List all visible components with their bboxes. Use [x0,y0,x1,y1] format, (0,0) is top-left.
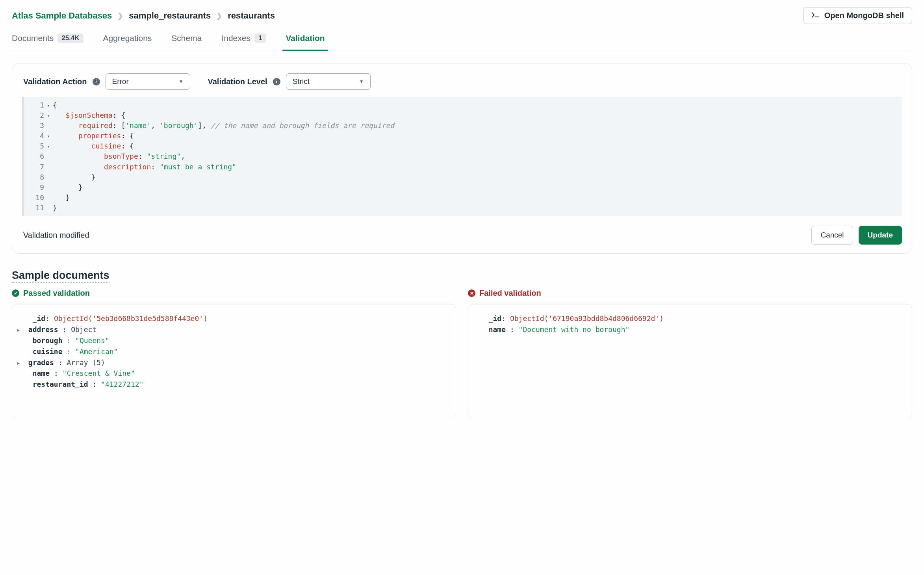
caret-down-icon: ▼ [359,79,364,84]
x-circle-icon: ✕ [468,289,475,297]
failed-validation-heading: ✕ Failed validation [468,289,912,298]
expand-icon[interactable]: ▶ [17,360,24,367]
tab-documents[interactable]: Documents 25.4K [12,33,83,51]
validation-action-label: Validation Action [23,77,87,86]
tab-label: Indexes [221,33,250,43]
tab-label: Aggregations [103,33,152,43]
sample-documents-title: Sample documents [12,269,109,283]
info-icon[interactable]: i [93,78,100,85]
tab-schema[interactable]: Schema [171,33,202,51]
select-value: Strict [293,77,310,86]
tab-label: Documents [12,33,54,43]
check-circle-icon: ✓ [12,289,19,297]
tab-validation[interactable]: Validation [286,33,325,51]
update-button[interactable]: Update [859,226,902,245]
chevron-right-icon: ❯ [117,11,123,20]
breadcrumb-collection[interactable]: restaurants [228,11,275,21]
info-icon[interactable]: i [273,78,280,85]
failed-document: _id: ObjectId('67190a93bdd8b4d806d6692d'… [468,304,912,418]
terminal-icon [812,11,820,20]
validation-level-select[interactable]: Strict ▼ [286,73,371,90]
tab-indexes[interactable]: Indexes 1 [221,33,266,51]
passed-document: _id: ObjectId('5eb3d668b31de5d588f443e0'… [12,304,456,418]
select-value: Error [112,77,129,86]
breadcrumb: Atlas Sample Databases ❯ sample_restaura… [12,11,275,21]
validation-level-label: Validation Level [208,77,267,86]
tab-aggregations[interactable]: Aggregations [103,33,152,51]
open-shell-label: Open MongoDB shell [824,11,904,20]
failed-label: Failed validation [479,289,541,298]
tabs: Documents 25.4K Aggregations Schema Inde… [12,33,912,51]
caret-down-icon: ▼ [179,79,184,84]
validation-panel: Validation Action i Error ▼ Validation L… [12,63,912,254]
validation-action-select[interactable]: Error ▼ [106,73,190,90]
chevron-right-icon: ❯ [216,11,222,20]
breadcrumb-root[interactable]: Atlas Sample Databases [12,11,112,21]
breadcrumb-db[interactable]: sample_restaurants [129,11,211,21]
expand-icon[interactable]: ▶ [17,326,24,334]
validation-editor[interactable]: 1▾{ 2▾ $jsonSchema: { 3 required: ['name… [22,97,902,216]
tab-label: Validation [286,33,325,43]
tab-label: Schema [171,33,202,43]
indexes-count-badge: 1 [254,33,266,43]
cancel-button[interactable]: Cancel [811,226,853,245]
passed-validation-heading: ✓ Passed validation [12,289,456,298]
open-shell-button[interactable]: Open MongoDB shell [803,7,912,24]
documents-count-badge: 25.4K [58,33,83,43]
passed-label: Passed validation [23,289,90,298]
validation-modified-msg: Validation modified [23,231,89,240]
